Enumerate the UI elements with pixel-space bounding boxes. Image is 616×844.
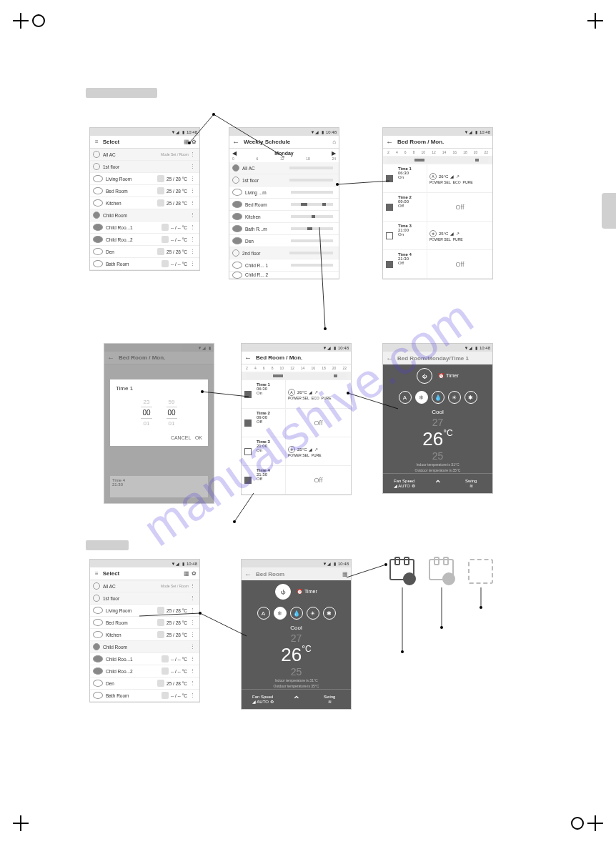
dialog-title: Time 1 [116, 385, 202, 392]
home-icon[interactable]: ⌂ [332, 139, 336, 145]
current-temp: 26°C [383, 428, 492, 450]
screen-weekly: 10:48 ←Weekly Schedule⌂ ◀Monday▶ 0612182… [229, 127, 339, 279]
page-title: Select [103, 139, 182, 145]
svg-point-2 [212, 113, 215, 116]
screen-control-bedroom: 10:48 ←Bed Room▦ ⏻⏰ Timer A ❄ 💧 ☀ ✱ Cool… [241, 559, 352, 710]
room-bed[interactable]: Bed Room [106, 189, 155, 194]
ok-button[interactable]: OK [195, 435, 202, 440]
screen-bedroom-mon: 10:48 ←Bed Room / Mon. 24681012141618202… [382, 127, 493, 279]
temp-up[interactable]: 27 [383, 417, 492, 428]
schedule-shortcut-icon[interactable]: ▦ [342, 571, 348, 577]
swing-control[interactable]: Swing≋ [450, 474, 493, 493]
group-child[interactable]: Child Room [103, 213, 189, 218]
mode-icon [157, 175, 164, 182]
fan-speed[interactable]: Fan Speed◢ AUTO ⚙ [383, 474, 426, 493]
mode-fan[interactable]: ✱ [465, 391, 477, 404]
mode-auto[interactable]: A [257, 607, 270, 620]
power-icon[interactable] [93, 163, 100, 170]
svg-line-17 [347, 565, 386, 577]
back-icon[interactable]: ← [386, 138, 393, 146]
expand-icon[interactable]: ⌃ [426, 474, 450, 493]
screen-select-2: 10:48 ≡Select▦✿ All ACMode Set / Room⋮ 1… [89, 559, 200, 702]
mode-dry[interactable]: 💧 [290, 607, 303, 620]
group-all[interactable]: All AC [103, 152, 161, 157]
mode-heat[interactable]: ☀ [307, 607, 319, 620]
time-slot-1[interactable]: Time 106:30OnA26°C◢↗POWER SELECOPURE [383, 164, 492, 193]
more-icon[interactable]: ⋮ [189, 164, 197, 169]
svg-point-18 [384, 563, 387, 566]
schedule-icon-active [389, 559, 414, 584]
schedule-icon-empty [468, 559, 493, 584]
checkbox[interactable] [386, 175, 393, 182]
time-slot-2[interactable]: Time 209:00OffOff [383, 193, 492, 222]
power-button[interactable]: ⏻ [417, 368, 432, 384]
mode-auto[interactable]: A [399, 391, 412, 404]
temp-down[interactable]: 25 [383, 450, 492, 462]
swing-icon: ↗ [456, 174, 459, 179]
screen-bedroom-mon-2: 10:48 ←Bed Room / Mon. 24681012141618202… [241, 343, 352, 495]
screen-time-picker: ←Bed Room / Mon. Time 421:30 Time 1 2300… [104, 343, 214, 504]
svg-line-12 [234, 493, 254, 522]
cancel-button[interactable]: CANCEL [171, 435, 191, 440]
schedule-icon[interactable]: ▦ [184, 139, 189, 145]
screen-select: 10:48 ≡ Select ▦ ✿ All ACMode Set / Room… [89, 127, 200, 271]
menu-icon[interactable]: ≡ [95, 139, 99, 145]
screen-control-scheduled: 10:48 ←Bed Room/Monday/Time 1 ⏻⏰ Timer A… [382, 343, 493, 494]
mode-fan[interactable]: ✱ [323, 607, 336, 620]
room-living[interactable]: Living Room [106, 177, 155, 182]
svg-line-16 [200, 613, 247, 636]
back-icon[interactable]: ← [232, 138, 239, 146]
settings-icon[interactable]: ✿ [192, 139, 197, 145]
next-day[interactable]: ▶ [332, 150, 336, 157]
power-icon[interactable] [93, 151, 100, 158]
mode-cool[interactable]: ❄ [415, 391, 428, 404]
mode-cool-icon: ❄ [429, 230, 437, 237]
mode-dry[interactable]: 💧 [432, 391, 444, 404]
svg-point-22 [440, 626, 443, 629]
more-icon[interactable]: ⋮ [189, 152, 197, 157]
swing-icon: ↗ [456, 231, 459, 236]
time-slot-3[interactable]: Time 321:00On❄25°C◢↗POWER SELPURE [383, 222, 492, 250]
group-1f[interactable]: 1st floor [103, 164, 189, 169]
power-button[interactable]: ⏻ [275, 584, 291, 600]
svg-point-20 [401, 650, 404, 653]
schedule-icon-inactive [429, 559, 454, 584]
timer-icon[interactable]: ⏰ [297, 589, 303, 594]
time-slot-4[interactable]: Time 421:30OffOff [383, 250, 492, 279]
mode-heat[interactable]: ☀ [448, 391, 461, 404]
time-picker-dialog: Time 1 230001 590001 CANCEL OK [110, 379, 208, 446]
back-icon[interactable]: ← [386, 354, 393, 362]
status-bar: 10:48 [90, 128, 199, 136]
svg-point-13 [233, 520, 236, 523]
svg-point-24 [480, 606, 482, 609]
prev-day[interactable]: ◀ [232, 150, 237, 157]
page-tab [602, 193, 616, 229]
time-wheel[interactable]: 230001 590001 [116, 397, 202, 428]
timer-icon[interactable]: ⏰ [438, 373, 444, 378]
room-kitchen[interactable]: Kitchen [106, 201, 155, 206]
mode-auto-icon: A [429, 173, 437, 180]
svg-point-7 [324, 327, 327, 330]
mode-cool[interactable]: ❄ [274, 607, 287, 620]
